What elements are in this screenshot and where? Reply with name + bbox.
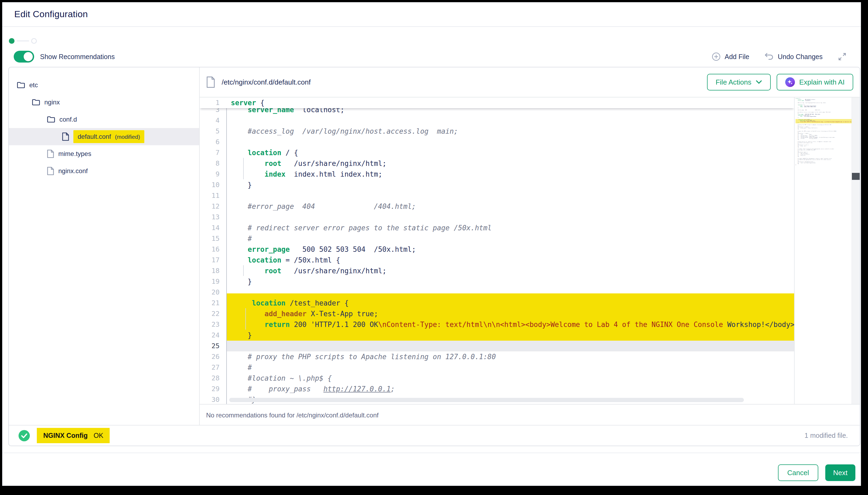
code-line-4: 4: [200, 115, 794, 126]
line-number: 20: [200, 287, 227, 298]
no-recommendations-text: No recommendations found for /etc/nginx/…: [206, 411, 379, 419]
line-number: 24: [200, 330, 227, 341]
line-number: 16: [200, 244, 227, 255]
code-line-26: 26 # proxy the PHP scripts to Apache lis…: [200, 352, 794, 362]
line-content: error_page 500 502 503 504 /50x.html;: [227, 244, 794, 255]
file-path-bar: /etc/nginx/conf.d/default.conf File Acti…: [200, 67, 860, 98]
file-icon: [47, 150, 54, 158]
add-file-label: Add File: [724, 53, 749, 61]
ai-sparkle-icon: [785, 77, 795, 87]
step-1-active-dot: [9, 38, 15, 44]
edit-configuration-modal: Edit Configuration Show Recommendations …: [2, 2, 861, 486]
code-line-23: 23 return 200 'HTTP/1.1 200 OK\nContent-…: [200, 319, 794, 330]
code-line-11: 11: [200, 190, 794, 201]
line-number: 13: [200, 212, 227, 223]
step-2-dot: [31, 38, 37, 44]
toggle-knob: [24, 52, 33, 61]
line-content: }: [227, 180, 794, 190]
file-icon: [47, 167, 54, 175]
tree-item-nginx.conf[interactable]: nginx.conf: [9, 163, 199, 180]
line-number: 6: [200, 137, 227, 147]
line-number: 4: [200, 115, 227, 126]
line-number: 25: [200, 341, 227, 352]
line-content: server {: [227, 98, 794, 108]
tree-item-mime.types[interactable]: mime.types: [9, 145, 199, 163]
line-content: location /test_header {: [227, 298, 794, 308]
line-number: 21: [200, 298, 227, 308]
line-number: 26: [200, 352, 227, 362]
indent-guide: [226, 104, 227, 404]
line-content: location / {: [227, 147, 794, 158]
code-line-5: 5 #access_log /var/log/nginx/host.access…: [200, 126, 794, 137]
file-actions-label: File Actions: [716, 78, 751, 86]
tree-item-default.conf[interactable]: default.conf (modified): [9, 128, 199, 145]
line-number: 22: [200, 308, 227, 319]
folder-icon: [47, 116, 55, 123]
line-number: 8: [200, 158, 227, 169]
explain-with-ai-button[interactable]: Explain with AI: [776, 74, 853, 90]
code-line-16: 16 error_page 500 502 503 504 /50x.html;: [200, 244, 794, 255]
tree-item-nginx[interactable]: nginx: [9, 94, 199, 111]
tree-item-etc[interactable]: etc: [9, 76, 199, 94]
line-content: # redirect server error pages to the sta…: [227, 223, 794, 233]
horizontal-scrollbar[interactable]: [229, 398, 744, 402]
line-content: add_header X-Test-App true;: [227, 308, 794, 319]
undo-changes-button[interactable]: Undo Changes: [764, 52, 823, 61]
minimap[interactable]: server { listen 80 default_server; serve…: [794, 98, 853, 404]
code-line-13: 13: [200, 212, 794, 223]
plus-circle-icon: [711, 52, 721, 61]
tree-item-conf.d[interactable]: conf.d: [9, 111, 199, 128]
tree-item-label: nginx: [44, 99, 60, 106]
configuration-panel: etcnginxconf.ddefault.conf (modified)mim…: [8, 67, 860, 446]
code-line-15: 15 #: [200, 233, 794, 244]
wizard-stepper: [9, 38, 861, 44]
line-content: index index.html index.htm;: [227, 169, 794, 180]
line-number: 9: [200, 169, 227, 180]
add-file-button[interactable]: Add File: [711, 52, 749, 61]
file-icon: [206, 76, 215, 88]
line-content: #: [227, 362, 794, 373]
code-line-20: 20: [200, 287, 794, 298]
line-number: 17: [200, 255, 227, 266]
line-number: 23: [200, 319, 227, 330]
line-number: 11: [200, 190, 227, 201]
line-number: 14: [200, 223, 227, 233]
line-number: 19: [200, 276, 227, 287]
line-number: 7: [200, 147, 227, 158]
file-tree: etcnginxconf.ddefault.conf (modified)mim…: [9, 67, 200, 425]
line-content: root /usr/share/nginx/html;: [227, 266, 794, 276]
code-line-17: 17 location = /50x.html {: [200, 255, 794, 266]
code-editor[interactable]: 1server { 3 server_name localhost;45 #ac…: [200, 98, 860, 404]
vertical-scrollbar[interactable]: [852, 98, 860, 404]
path-actions: File Actions Explain with AI: [707, 74, 853, 90]
scrollbar-thumb[interactable]: [852, 173, 860, 180]
line-content: # proxy the PHP scripts to Apache listen…: [227, 352, 794, 362]
line-content: [227, 287, 794, 298]
line-number: 27: [200, 362, 227, 373]
code-line-8: 8 root /usr/share/nginx/html;: [200, 158, 794, 169]
line-content: #: [227, 233, 794, 244]
line-number: 10: [200, 180, 227, 190]
editor-column: /etc/nginx/conf.d/default.conf File Acti…: [200, 67, 860, 425]
code-line-9: 9 index index.html index.htm;: [200, 169, 794, 180]
indent-guide-inner: [243, 265, 244, 276]
show-recommendations-toggle[interactable]: [14, 51, 34, 63]
check-circle-icon: [18, 430, 30, 441]
line-number: 28: [200, 373, 227, 383]
code-line-19: 19 }: [200, 276, 794, 287]
code-line-7: 7 location / {: [200, 147, 794, 158]
next-button[interactable]: Next: [825, 464, 855, 481]
expand-icon: [838, 52, 847, 61]
file-path: /etc/nginx/conf.d/default.conf: [222, 78, 311, 86]
code-line-27: 27 #: [200, 362, 794, 373]
cancel-button[interactable]: Cancel: [778, 464, 818, 481]
line-content: location = /50x.html {: [227, 255, 794, 266]
folder-icon: [17, 82, 25, 89]
file-actions-button[interactable]: File Actions: [707, 74, 771, 90]
line-content: #location ~ \.php$ {: [227, 373, 794, 383]
line-content: #error_page 404 /404.html;: [227, 201, 794, 212]
chevron-down-icon: [756, 80, 762, 84]
expand-editor-button[interactable]: [838, 52, 847, 61]
line-number: 15: [200, 233, 227, 244]
line-content: }: [227, 330, 794, 341]
